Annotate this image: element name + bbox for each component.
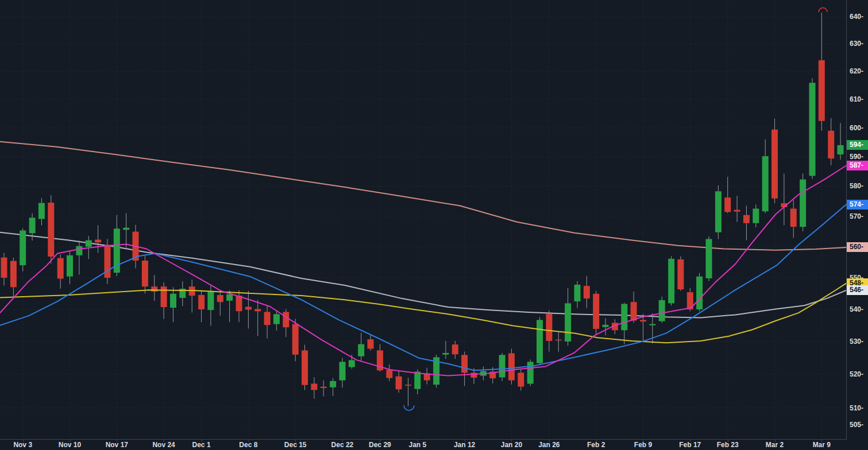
candle-down (631, 302, 637, 320)
time-tick (775, 439, 776, 442)
candle-up (358, 344, 364, 356)
candle-down (724, 197, 731, 212)
candle-down (819, 60, 825, 121)
time-label: Nov 24 (145, 441, 182, 449)
price-label: 590 (850, 152, 868, 161)
time-tick (342, 439, 343, 442)
time-label: Mar 9 (803, 441, 840, 449)
time-axis[interactable]: Nov 3Nov 10Nov 17Nov 24Dec 1Dec 8Dec 15D… (0, 440, 847, 450)
candle-up (273, 314, 280, 324)
time-tick (821, 439, 822, 442)
time-label: Mar 2 (757, 441, 793, 449)
chart-canvas[interactable] (0, 0, 868, 450)
candles-series (1, 13, 844, 406)
candle-up (349, 360, 355, 367)
price-label: 520 (850, 370, 868, 379)
candle-up (330, 381, 336, 387)
candle-down (95, 240, 101, 243)
time-label: Nov 17 (98, 441, 135, 449)
candle-down (743, 215, 750, 223)
time-label: Dec 8 (230, 441, 267, 449)
last-price-badge: 594 (847, 140, 868, 150)
candle-down (584, 286, 590, 298)
time-label: Feb 17 (672, 441, 708, 449)
candle-down (471, 373, 477, 378)
candle-up (123, 228, 129, 230)
candle-down (10, 261, 17, 288)
candle-up (527, 362, 534, 383)
candle-down (292, 324, 299, 355)
time-label: Jan 26 (531, 441, 568, 449)
candle-up (574, 285, 581, 301)
time-label: Jan 12 (446, 441, 483, 449)
candle-down (57, 258, 64, 279)
candle-down (396, 377, 402, 390)
candle-down (217, 295, 223, 302)
price-label: 505 (850, 420, 868, 429)
candle-down (452, 344, 458, 354)
candle-down (771, 130, 778, 199)
time-label: Dec 15 (277, 441, 314, 449)
candle-down (640, 320, 646, 321)
candlestick-chart[interactable]: 6406306206106005905805705605505405305205… (0, 0, 868, 450)
ma-blue-price-badge: 574 (847, 200, 868, 210)
candle-up (621, 304, 627, 331)
candle-down (677, 259, 684, 289)
candle-up (838, 145, 844, 154)
price-label: 540 (850, 305, 868, 314)
candle-down (508, 354, 515, 381)
candle-down (151, 286, 157, 292)
time-tick (596, 439, 597, 442)
candle-up (715, 191, 722, 232)
time-tick (690, 439, 690, 442)
candle-down (254, 309, 261, 311)
time-tick (117, 439, 117, 442)
ma-gray-price-badge: 546 (847, 285, 868, 295)
time-tick (248, 439, 249, 442)
candle-down (245, 307, 252, 310)
candle-up (226, 294, 233, 301)
candle-up (67, 255, 73, 277)
ma-magenta-price-badge: 587 (847, 161, 868, 170)
time-tick (549, 439, 550, 442)
candle-up (762, 156, 769, 211)
ma-yellow-line (0, 284, 846, 343)
candle-down (555, 340, 562, 341)
candle-up (442, 353, 449, 355)
time-label: Nov 10 (52, 441, 88, 449)
candle-down (142, 261, 148, 286)
candle-up (20, 231, 26, 266)
candle-up (340, 362, 346, 380)
candle-up (753, 209, 759, 223)
candle-up (499, 355, 506, 377)
price-label: 570 (850, 212, 868, 221)
candle-down (546, 314, 552, 341)
time-tick (23, 439, 24, 442)
price-axis[interactable]: 6406306206106005905805705605505405305205… (847, 0, 868, 439)
candle-down (311, 383, 317, 390)
time-label: Jan 20 (493, 441, 530, 449)
candle-up (603, 325, 609, 327)
high-arc-annotation[interactable] (819, 8, 827, 12)
candle-down (734, 210, 740, 212)
time-label: Dec 29 (361, 441, 398, 449)
price-label: 610 (850, 95, 868, 104)
time-tick (643, 439, 643, 442)
ma-gray-line (0, 232, 846, 318)
time-tick (380, 439, 380, 442)
price-label: 600 (850, 123, 868, 133)
candle-up (668, 259, 674, 304)
candle-up (76, 246, 82, 255)
candle-down (1, 258, 7, 278)
time-label: Dec 22 (324, 441, 361, 449)
candle-up (565, 303, 571, 342)
price-label: 510 (850, 404, 868, 413)
candle-up (207, 291, 214, 310)
price-label: 640 (850, 12, 868, 21)
candle-up (659, 300, 665, 321)
candle-down (386, 370, 392, 378)
price-label: 630 (850, 39, 868, 48)
time-tick (164, 439, 164, 442)
price-label: 580 (850, 181, 868, 191)
time-label: Dec 1 (183, 441, 220, 449)
